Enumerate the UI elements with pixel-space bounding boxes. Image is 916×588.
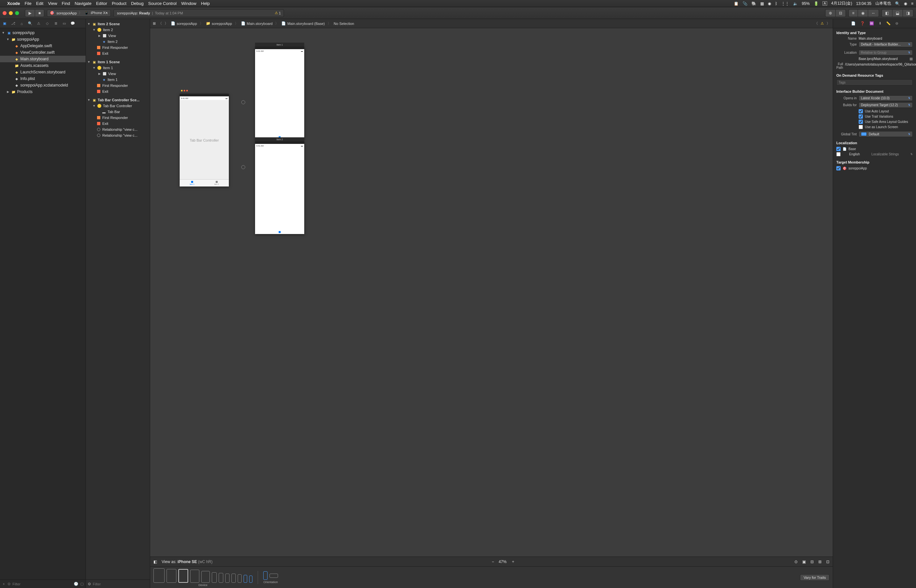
device-iphone-se[interactable]: [244, 575, 247, 583]
quick-help-icon[interactable]: ❓: [860, 21, 865, 26]
outline-exit-0[interactable]: Exit: [87, 50, 149, 57]
segue-1[interactable]: [241, 100, 245, 104]
tree-products[interactable]: ▶📁Products: [0, 89, 86, 95]
menu-source-control[interactable]: Source Control: [148, 1, 177, 6]
location-select[interactable]: Relative to Group⇅: [859, 50, 913, 55]
target-checkbox[interactable]: [836, 166, 841, 170]
spotlight-icon[interactable]: 🔍: [895, 1, 900, 6]
toggle-outline-button[interactable]: ◧: [153, 559, 157, 564]
run-button[interactable]: ▶: [25, 9, 35, 17]
device-iphone-8[interactable]: [238, 574, 242, 583]
window-zoom-button[interactable]: [15, 11, 19, 15]
prev-issue-icon[interactable]: 〈: [814, 21, 818, 26]
outline-scene-tabbar[interactable]: ▼▣Tab Bar Controller Sce...: [87, 97, 149, 103]
outline-fr-2[interactable]: First Responder: [87, 115, 149, 121]
folder-icon[interactable]: ▦: [910, 57, 913, 61]
orientation-portrait[interactable]: [263, 571, 268, 580]
tags-input[interactable]: Tags: [836, 79, 913, 86]
loc-english-checkbox[interactable]: [836, 152, 841, 156]
zoom-in-button[interactable]: ＋: [511, 559, 515, 564]
assistant-editor-button[interactable]: ◉: [858, 9, 868, 17]
accessibility-icon[interactable]: ◉: [768, 1, 771, 6]
menu-window[interactable]: Window: [181, 1, 196, 6]
file-main-storyboard[interactable]: ◆Main.storyboard: [0, 56, 86, 62]
zoom-out-button[interactable]: −: [492, 559, 494, 564]
debug-navigator-icon[interactable]: ≣: [53, 21, 58, 26]
tree-root[interactable]: ▼▣soreppoiApp: [0, 29, 86, 36]
file-launchscreen[interactable]: ◆LaunchScreen.storyboard: [0, 69, 86, 75]
file-viewcontroller[interactable]: ◆ViewController.swift: [0, 49, 86, 56]
scene-item2[interactable]: Item 2 9:41 AM▬: [255, 141, 304, 234]
outline-view-0[interactable]: ▶View: [87, 33, 149, 39]
window-close-button[interactable]: [3, 11, 6, 15]
menubar-time[interactable]: 13:04:35: [856, 1, 871, 6]
calendar-icon[interactable]: ▦: [760, 1, 764, 6]
scene-tabbar-controller[interactable]: 9:41 AM▬ Tab Bar Controller Item 1 Item …: [180, 94, 229, 186]
source-control-navigator-icon[interactable]: ⎇: [10, 21, 16, 26]
related-items-icon[interactable]: ⊞: [153, 21, 156, 26]
identity-inspector-icon[interactable]: 🆔: [869, 21, 874, 26]
project-navigator-icon[interactable]: ▣: [2, 21, 7, 26]
breadcrumb-1[interactable]: 📁 soreppoiApp: [206, 21, 232, 26]
window-minimize-button[interactable]: [9, 11, 13, 15]
add-button[interactable]: ＋: [2, 582, 6, 586]
siri-icon[interactable]: ◉: [904, 1, 907, 6]
size-inspector-icon[interactable]: 📏: [886, 21, 891, 26]
device-iphone-4s[interactable]: [249, 575, 252, 583]
vary-for-traits-button[interactable]: Vary for Traits: [800, 574, 829, 581]
outline-rel-1[interactable]: Relationship "view c...: [87, 126, 149, 132]
menu-edit[interactable]: Edit: [36, 1, 43, 6]
device-ipad-9[interactable]: [190, 570, 199, 583]
input-source-icon[interactable]: A: [822, 1, 827, 6]
stop-button[interactable]: ■: [35, 9, 44, 17]
issue-icon[interactable]: ⚠: [821, 21, 824, 26]
ib-canvas[interactable]: 9:41 AM▬ Tab Bar Controller Item 1 Item …: [150, 28, 833, 557]
menu-debug[interactable]: Debug: [131, 1, 144, 6]
segue-2[interactable]: [241, 165, 245, 169]
menubar-date[interactable]: 4月12日(金): [831, 1, 852, 6]
forward-button[interactable]: 〉: [165, 21, 168, 26]
file-inspector-icon[interactable]: 📄: [851, 21, 856, 26]
outline-item-1[interactable]: ★Item 1: [87, 77, 149, 82]
test-navigator-icon[interactable]: ◇: [45, 21, 50, 26]
back-button[interactable]: 〈: [158, 21, 162, 26]
attachment-icon[interactable]: 📎: [743, 1, 748, 6]
embed-button[interactable]: ⊡: [826, 559, 829, 564]
navigator-filter-input[interactable]: [13, 582, 72, 586]
menu-editor[interactable]: Editor: [96, 1, 107, 6]
connections-inspector-icon[interactable]: ⊖: [895, 21, 898, 26]
code-review-button[interactable]: ⊟: [835, 9, 846, 17]
outline-fr-1[interactable]: First Responder: [87, 82, 149, 89]
toggle-inspector-button[interactable]: ◨: [903, 9, 913, 17]
volume-icon[interactable]: 🔈: [793, 1, 798, 6]
report-navigator-icon[interactable]: 💬: [70, 21, 75, 26]
bluetooth-icon[interactable]: ᛒ: [775, 1, 777, 6]
outline-vc-tabbar[interactable]: ▼Tab Bar Controller: [87, 103, 149, 109]
embed-in-button[interactable]: ⊙: [794, 559, 798, 564]
outline-tabbar[interactable]: Tab Bar: [87, 109, 149, 115]
orientation-landscape[interactable]: [270, 573, 278, 578]
menu-help[interactable]: Help: [201, 1, 210, 6]
wifi-icon[interactable]: ⋮⋮: [781, 1, 789, 6]
outline-exit-1[interactable]: Exit: [87, 89, 149, 94]
version-editor-button[interactable]: ↔: [868, 9, 879, 17]
recent-filter-icon[interactable]: 🕐: [74, 582, 78, 586]
file-datamodel[interactable]: ◆soreppoiApp.xcdatamodeld: [0, 82, 86, 89]
device-ipad-12[interactable]: [153, 568, 165, 583]
attributes-inspector-icon[interactable]: ⬇: [879, 21, 882, 26]
breadcrumb-4[interactable]: No Selection: [334, 22, 354, 26]
loc-english-kind[interactable]: Localizable Strings: [871, 152, 899, 156]
breadcrumb-0[interactable]: 📄 soreppoiApp: [171, 21, 197, 26]
device-iphone-x[interactable]: [225, 573, 229, 583]
device-ipad-mini[interactable]: [201, 571, 210, 583]
resolve-issues-button[interactable]: ⊞: [818, 559, 822, 564]
find-navigator-icon[interactable]: 🔍: [27, 21, 33, 26]
breakpoint-navigator-icon[interactable]: ▭: [61, 21, 67, 26]
standard-editor-button[interactable]: ≡: [848, 9, 858, 17]
device-iphone-xr[interactable]: [219, 573, 223, 583]
tabbar-item1[interactable]: Item 1: [180, 179, 204, 186]
menu-view[interactable]: View: [48, 1, 57, 6]
device-ipad-11[interactable]: [166, 569, 176, 583]
library-button[interactable]: ⊕: [825, 9, 835, 17]
device-iphone-plus[interactable]: [231, 573, 236, 583]
